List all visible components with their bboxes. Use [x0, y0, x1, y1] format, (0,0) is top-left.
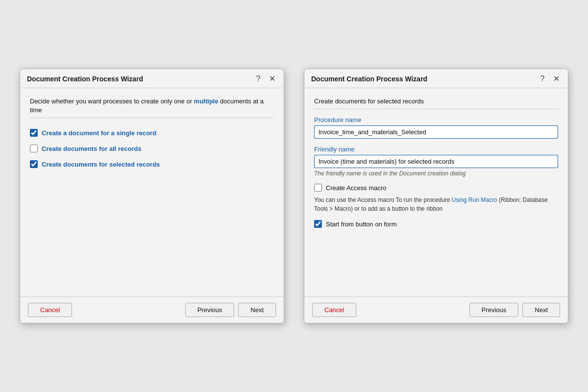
- dialog1-options: Create a document for a single record Cr…: [30, 125, 274, 172]
- dialog1-subtitle-highlight: multiple: [194, 98, 219, 105]
- dialog1-option1-label[interactable]: Create a document for a single record: [42, 129, 156, 137]
- dialog2-macro-section: Create Access macro You can use the Acce…: [314, 184, 558, 213]
- dialog2-titlebar: Document Creation Process Wizard ? ✕: [304, 69, 568, 88]
- dialog1-option1-text2: record: [135, 129, 156, 137]
- dialog1-option3-checkbox[interactable]: [30, 160, 38, 168]
- dialog1-cancel-button[interactable]: Cancel: [28, 303, 72, 317]
- dialog1-next-button[interactable]: Next: [238, 303, 276, 317]
- dialog1-option3-label[interactable]: Create documents for selected records: [42, 161, 160, 168]
- dialog2-cancel-button[interactable]: Cancel: [312, 303, 356, 317]
- dialog1-option3-text1: Create documents for: [42, 161, 109, 168]
- dialog1-option2-label[interactable]: Create documents for all records: [42, 145, 142, 152]
- dialog2-macro-link: Using Run Macro: [452, 196, 497, 203]
- dialog2-title: Document Creation Process Wizard: [311, 75, 427, 83]
- dialog2-friendly-input[interactable]: [314, 155, 558, 168]
- dialog2-procedure-label: Procedure name: [314, 116, 558, 123]
- dialog2-friendly-group: Friendly name The friendly name is used …: [314, 146, 558, 177]
- dialog2-titlebar-icons: ? ✕: [538, 74, 561, 84]
- dialog1-option2-text2: records: [116, 145, 141, 152]
- dialog2-subtitle: Create documents for selected records: [314, 97, 558, 109]
- dialog2-next-button[interactable]: Next: [522, 303, 560, 317]
- dialog1-title: Document Creation Process Wizard: [27, 75, 143, 83]
- dialog2-previous-button[interactable]: Previous: [469, 303, 519, 317]
- dialog1-subtitle: Decide whether you want processes to cre…: [30, 97, 274, 118]
- dialog1-option3-highlight: selected: [109, 161, 135, 168]
- dialog2-start-button-checkbox[interactable]: [314, 220, 322, 228]
- dialog1-option2-text1: Create documents for: [42, 145, 109, 152]
- dialog1-option1-row: Create a document for a single record: [30, 129, 274, 137]
- dialog1: Document Creation Process Wizard ? ✕ Dec…: [20, 69, 284, 323]
- dialog2-macro-label[interactable]: Create Access macro: [326, 184, 387, 192]
- dialog1-option1-highlight: single: [116, 129, 135, 137]
- dialog2: Document Creation Process Wizard ? ✕ Cre…: [304, 69, 568, 323]
- dialog2-start-button-row: Start from button on form: [314, 220, 558, 228]
- dialog2-footer: Cancel Previous Next: [304, 296, 568, 323]
- dialog2-macro-row: Create Access macro: [314, 184, 558, 192]
- dialog1-option1-checkbox[interactable]: [30, 129, 38, 137]
- dialog2-procedure-group: Procedure name: [314, 116, 558, 139]
- dialog1-body: Decide whether you want processes to cre…: [20, 88, 284, 296]
- dialog1-titlebar-icons: ? ✕: [253, 74, 277, 84]
- dialog2-footer-left: Cancel: [312, 303, 356, 317]
- dialog1-option3-text2: records: [135, 161, 160, 168]
- dialog2-procedure-input[interactable]: [314, 125, 558, 139]
- dialog1-previous-button[interactable]: Previous: [185, 303, 235, 317]
- dialog1-option2-highlight: all: [109, 145, 116, 152]
- dialog1-footer-left: Cancel: [28, 303, 72, 317]
- dialog2-macro-desc-text1: You can use the Access macro To run the …: [314, 196, 452, 203]
- dialog1-titlebar: Document Creation Process Wizard ? ✕: [20, 69, 284, 88]
- dialog1-option2-checkbox[interactable]: [30, 145, 38, 152]
- dialog2-macro-desc: You can use the Access macro To run the …: [314, 196, 558, 213]
- dialog1-close-icon[interactable]: ✕: [267, 74, 277, 84]
- dialog2-help-icon[interactable]: ?: [538, 74, 547, 84]
- dialog2-close-icon[interactable]: ✕: [551, 74, 561, 84]
- dialog1-help-icon[interactable]: ?: [253, 74, 263, 84]
- dialog1-option1-text1: Create a document for a: [42, 129, 116, 137]
- dialog1-footer: Cancel Previous Next: [20, 296, 284, 323]
- dialog2-body: Create documents for selected records Pr…: [304, 88, 568, 296]
- dialog2-macro-checkbox[interactable]: [314, 184, 322, 192]
- dialog2-friendly-label: Friendly name: [314, 146, 558, 153]
- dialog2-friendly-hint: The friendly name is used in the Documen…: [314, 170, 558, 177]
- dialog1-option3-row: Create documents for selected records: [30, 160, 274, 168]
- dialog2-start-button-label[interactable]: Start from button on form: [326, 220, 397, 228]
- dialog1-subtitle-text1: Decide whether you want processes to cre…: [30, 98, 194, 105]
- dialog1-option2-row: Create documents for all records: [30, 145, 274, 152]
